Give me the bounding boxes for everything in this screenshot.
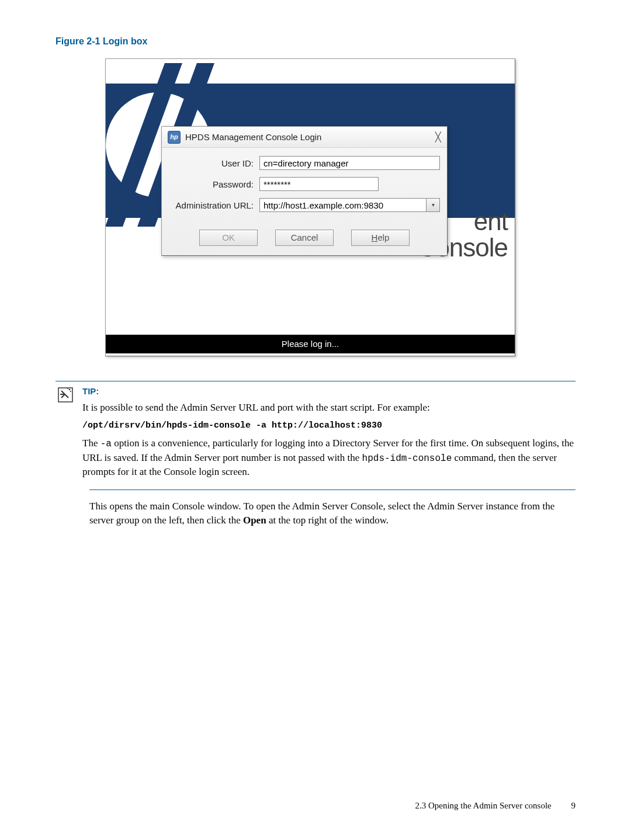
svg-point-3 xyxy=(70,391,71,392)
ok-button[interactable]: OK xyxy=(199,230,258,246)
login-dialog: hp HPDS Management Console Login ╳ User … xyxy=(161,126,448,256)
tip-paragraph-2: The -a option is a convenience, particul… xyxy=(82,436,575,479)
dialog-title: HPDS Management Console Login xyxy=(185,131,321,143)
tip-icon xyxy=(56,385,75,483)
tip-paragraph-1: It is possible to send the Admin Server … xyxy=(82,401,575,415)
tip-block: TIP: It is possible to send the Admin Se… xyxy=(56,385,575,483)
body-paragraph: This opens the main Console window. To o… xyxy=(89,499,575,527)
login-screenshot: ent Console Please log in... hp HPDS Man… xyxy=(105,58,515,356)
dialog-titlebar[interactable]: hp HPDS Management Console Login ╳ xyxy=(162,127,447,148)
close-icon[interactable]: ╳ xyxy=(435,131,441,144)
password-input[interactable] xyxy=(259,177,379,191)
cancel-button[interactable]: Cancel xyxy=(275,230,334,246)
hp-app-icon: hp xyxy=(168,131,181,144)
user-id-label: User ID: xyxy=(169,157,259,169)
chevron-down-icon[interactable]: ▾ xyxy=(426,198,440,212)
admin-url-label: Administration URL: xyxy=(169,199,259,211)
bg-text-partial: ent xyxy=(474,203,508,239)
help-button[interactable]: Help xyxy=(351,230,410,246)
figure-caption: Figure 2-1 Login box xyxy=(56,35,575,48)
footer-page-number: 9 xyxy=(571,801,576,810)
tip-label: TIP: xyxy=(82,385,575,397)
user-id-input[interactable] xyxy=(259,156,440,170)
status-bar: Please log in... xyxy=(106,335,515,353)
admin-url-input[interactable] xyxy=(259,198,426,212)
divider xyxy=(89,490,575,490)
divider xyxy=(56,381,575,381)
svg-point-1 xyxy=(69,389,71,391)
svg-point-2 xyxy=(67,388,68,389)
tip-command: /opt/dirsrv/bin/hpds-idm-console -a http… xyxy=(82,419,575,432)
footer-section: 2.3 Opening the Admin Server console xyxy=(415,801,551,810)
password-label: Password: xyxy=(169,178,259,190)
page-footer: 2.3 Opening the Admin Server console 9 xyxy=(415,800,575,812)
